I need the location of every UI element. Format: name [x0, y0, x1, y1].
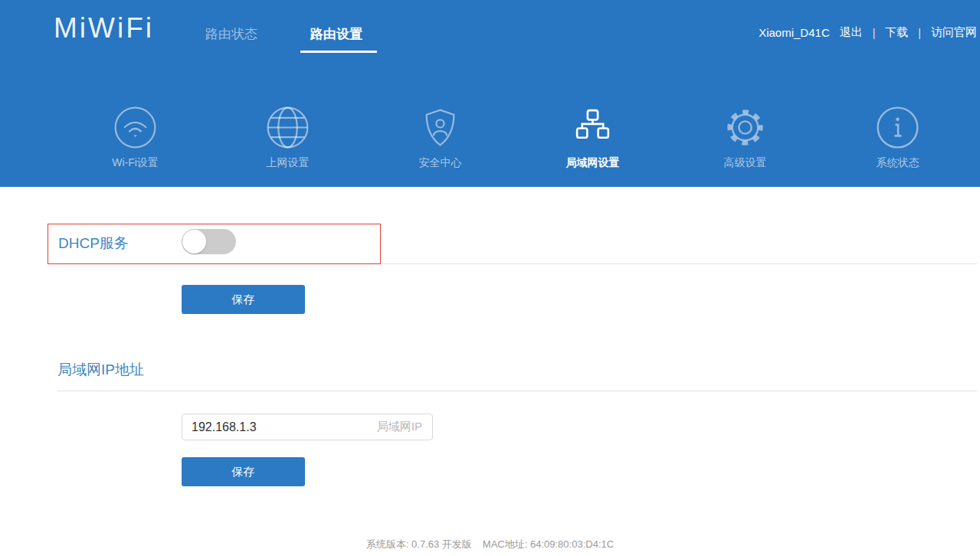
- dhcp-save-button[interactable]: 保存: [182, 285, 305, 314]
- header: MiWiFi 路由状态 路由设置 Xiaomi_D41C 退出 | 下载 | 访…: [0, 0, 980, 187]
- nav-item-label: 系统状态: [877, 156, 919, 170]
- nav-item-security-center[interactable]: 安全中心: [364, 106, 516, 170]
- official-site-link[interactable]: 访问官网: [931, 25, 977, 40]
- active-tab-underline: [300, 51, 377, 53]
- tab-router-settings[interactable]: 路由设置: [310, 25, 362, 43]
- logout-link[interactable]: 退出: [840, 25, 863, 40]
- toggle-knob: [182, 230, 206, 253]
- separator: |: [918, 27, 921, 39]
- miwifi-settings-page: MiWiFi 路由状态 路由设置 Xiaomi_D41C 退出 | 下载 | 访…: [0, 0, 980, 556]
- settings-icon-nav: Wi-Fi设置 上网设置: [59, 106, 974, 170]
- info-icon: [876, 106, 919, 149]
- system-version-text: 系统版本: 0.7.63 开发版: [366, 538, 472, 551]
- miwifi-logo: MiWiFi: [54, 12, 154, 44]
- nav-item-lan-settings[interactable]: 局域网设置: [516, 106, 669, 170]
- nav-item-label: 安全中心: [419, 156, 462, 170]
- lan-ip-field-wrapper: 局域网IP: [182, 414, 433, 440]
- nav-item-label: 上网设置: [267, 156, 310, 170]
- lan-ip-save-button[interactable]: 保存: [182, 457, 305, 486]
- nav-item-internet-settings[interactable]: 上网设置: [211, 106, 364, 170]
- nav-item-wifi-settings[interactable]: Wi-Fi设置: [59, 106, 211, 170]
- shield-icon: [418, 106, 462, 149]
- footer: 系统版本: 0.7.63 开发版 MAC地址: 64:09:80:03:D4:1…: [0, 538, 980, 551]
- dhcp-service-label: DHCP服务: [58, 234, 129, 253]
- nav-item-system-status[interactable]: 系统状态: [821, 106, 974, 170]
- download-link[interactable]: 下载: [885, 25, 908, 40]
- lan-ip-input[interactable]: [182, 414, 433, 440]
- nav-item-label: Wi-Fi设置: [112, 156, 159, 170]
- device-name-link[interactable]: Xiaomi_D41C: [759, 26, 830, 39]
- globe-icon: [266, 106, 310, 149]
- nav-item-label: 高级设置: [724, 156, 767, 170]
- mac-address-text: MAC地址: 64:09:80:03:D4:1C: [483, 538, 614, 551]
- nav-item-label: 局域网设置: [566, 156, 620, 170]
- nav-item-advanced-settings[interactable]: 高级设置: [669, 106, 821, 170]
- header-links: Xiaomi_D41C 退出 | 下载 | 访问官网: [759, 25, 977, 40]
- section-divider: [57, 391, 977, 391]
- lan-icon: [571, 106, 615, 149]
- lan-ip-section-title: 局域网IP地址: [57, 360, 144, 380]
- separator: |: [873, 27, 876, 39]
- tab-router-status[interactable]: 路由状态: [205, 25, 257, 43]
- dhcp-toggle-switch[interactable]: [182, 229, 236, 254]
- gear-icon: [723, 106, 767, 149]
- section-divider: [381, 263, 977, 264]
- wifi-icon: [113, 106, 157, 149]
